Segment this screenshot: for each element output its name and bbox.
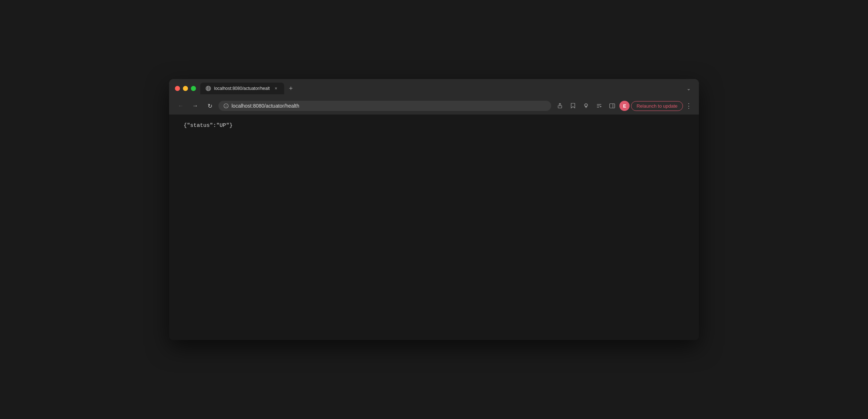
nav-bar: ← → ↻ i (169, 97, 699, 115)
relaunch-button[interactable]: Relaunch to update (631, 101, 683, 111)
maximize-button[interactable] (191, 86, 196, 91)
svg-text:i: i (226, 104, 226, 108)
window-controls (175, 86, 196, 91)
tab-close-button[interactable]: × (273, 85, 279, 92)
title-bar-right: ⌄ (684, 84, 693, 93)
new-tab-button[interactable]: + (286, 83, 296, 94)
globe-icon (205, 86, 211, 91)
sidebar-icon (609, 103, 615, 109)
extensions-button[interactable] (580, 100, 592, 112)
sidebar-button[interactable] (606, 100, 618, 112)
browser-window: localhost:8080/actuator/healt × + ⌄ ← → … (169, 79, 699, 340)
url-input[interactable] (232, 103, 546, 109)
lock-icon: i (224, 103, 229, 108)
forward-button[interactable]: → (189, 100, 201, 112)
minimize-button[interactable] (183, 86, 188, 91)
user-avatar[interactable]: E (619, 101, 630, 111)
share-button[interactable] (554, 100, 566, 112)
toolbar-right: E Relaunch to update ⋮ (554, 100, 693, 112)
reload-button[interactable]: ↻ (204, 100, 216, 112)
more-options-button[interactable]: ⋮ (684, 101, 693, 110)
media-button[interactable] (593, 100, 605, 112)
active-tab[interactable]: localhost:8080/actuator/healt × (200, 83, 284, 94)
page-content: {"status":"UP"} (184, 122, 684, 130)
back-button[interactable]: ← (175, 100, 187, 112)
content-area: {"status":"UP"} (169, 115, 699, 340)
bookmark-icon (570, 103, 576, 109)
svg-rect-13 (610, 104, 615, 108)
chevron-down-button[interactable]: ⌄ (684, 84, 693, 93)
extensions-icon (583, 103, 589, 109)
address-bar[interactable]: i (218, 101, 551, 111)
close-button[interactable] (175, 86, 180, 91)
svg-marker-12 (600, 106, 602, 107)
tabs-area: localhost:8080/actuator/healt × + (200, 83, 680, 94)
svg-marker-8 (571, 103, 575, 108)
media-icon (596, 103, 602, 109)
tab-title: localhost:8080/actuator/healt (214, 86, 270, 91)
bookmark-button[interactable] (567, 100, 579, 112)
share-icon (557, 103, 563, 109)
title-bar: localhost:8080/actuator/healt × + ⌄ (169, 79, 699, 97)
